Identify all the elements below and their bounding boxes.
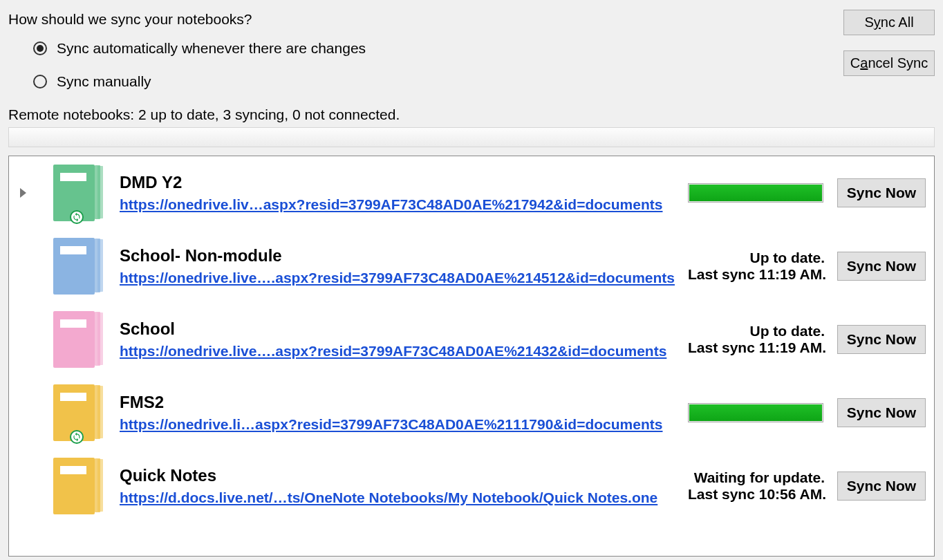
- btn-text-pre: S: [864, 15, 873, 30]
- notebook-text-col: Quick Noteshttps://d.docs.live.net/…ts/O…: [120, 466, 688, 506]
- sync-radio-group: Sync automatically whenever there are ch…: [33, 40, 935, 90]
- notebook-text-col: Schoolhttps://onedrive.live….aspx?resid=…: [120, 319, 688, 360]
- notebook-text-col: DMD Y2https://onedrive.liv…aspx?resid=37…: [120, 173, 688, 213]
- notebook-row: Schoolhttps://onedrive.live….aspx?resid=…: [9, 303, 934, 376]
- notebook-row: Quick Noteshttps://d.docs.live.net/…ts/O…: [9, 449, 934, 523]
- sync-now-button[interactable]: Sync Now: [837, 252, 926, 281]
- sync-now-button[interactable]: Sync Now: [837, 472, 926, 501]
- notebook-icon: [53, 311, 103, 368]
- notebook-action-col: Sync Now: [833, 252, 934, 281]
- list-header-bar: [8, 127, 935, 147]
- notebook-status-col: Up to date.Last sync 11:19 AM.: [688, 323, 833, 356]
- expander-col: [9, 188, 37, 198]
- radio-dot-icon: [33, 75, 47, 88]
- notebook-row: School- Non-modulehttps://onedrive.live……: [9, 230, 934, 303]
- sync-now-button[interactable]: Sync Now: [837, 398, 926, 427]
- notebook-icon: [53, 458, 103, 514]
- radio-auto-label: Sync automatically whenever there are ch…: [57, 40, 366, 57]
- notebook-action-col: Sync Now: [833, 398, 934, 427]
- notebook-title: School: [120, 319, 681, 339]
- notebook-status-col: Up to date.Last sync 11:19 AM.: [688, 250, 833, 283]
- notebook-status-col: [688, 403, 833, 422]
- sync-heading: How should we sync your notebooks?: [8, 11, 935, 28]
- notebook-status-line1: Up to date.: [688, 250, 825, 266]
- btn-text-post: ncel Sync: [868, 55, 928, 71]
- notebook-action-col: Sync Now: [833, 325, 934, 354]
- notebook-status-line1: Up to date.: [688, 323, 825, 339]
- sync-all-button[interactable]: Sync All: [843, 10, 935, 35]
- sync-now-button[interactable]: Sync Now: [837, 178, 926, 207]
- btn-text-mn: a: [860, 55, 868, 71]
- sync-badge-icon: [70, 210, 84, 224]
- notebook-status-line2: Last sync 11:19 AM.: [688, 339, 825, 356]
- notebook-status-line2: Last sync 10:56 AM.: [688, 486, 825, 503]
- notebook-row: DMD Y2https://onedrive.liv…aspx?resid=37…: [9, 156, 934, 230]
- notebook-action-col: Sync Now: [833, 472, 934, 501]
- radio-sync-manual[interactable]: Sync manually: [33, 73, 935, 90]
- notebook-icon-col: [37, 458, 120, 514]
- notebook-list: DMD Y2https://onedrive.liv…aspx?resid=37…: [8, 156, 935, 557]
- notebook-action-col: Sync Now: [833, 178, 934, 207]
- expand-triangle-icon[interactable]: [20, 188, 26, 198]
- notebook-text-col: School- Non-modulehttps://onedrive.live……: [120, 246, 688, 286]
- notebook-text-col: FMS2https://onedrive.li…aspx?resid=3799A…: [120, 393, 688, 433]
- sync-arrows-icon: [72, 432, 82, 442]
- notebook-link[interactable]: https://onedrive.li…aspx?resid=3799AF73C…: [120, 416, 681, 433]
- notebook-title: School- Non-module: [120, 246, 681, 265]
- notebook-link[interactable]: https://onedrive.live….aspx?resid=3799AF…: [120, 270, 681, 286]
- notebook-link[interactable]: https://onedrive.live….aspx?resid=3799AF…: [120, 343, 681, 360]
- notebook-title: DMD Y2: [120, 173, 681, 192]
- notebook-icon-col: [37, 384, 120, 441]
- sync-badge-icon: [70, 430, 84, 444]
- radio-manual-label: Sync manually: [57, 73, 151, 90]
- radio-dot-icon: [33, 41, 47, 55]
- btn-text-mn: y: [874, 15, 881, 30]
- sync-progress-fill: [689, 185, 822, 201]
- sync-progress-fill: [689, 404, 822, 421]
- notebook-status-line2: Last sync 11:19 AM.: [688, 266, 825, 283]
- cancel-sync-button[interactable]: Cancel Sync: [843, 50, 935, 76]
- notebook-icon-col: [37, 311, 120, 368]
- notebook-icon-col: [37, 238, 120, 295]
- btn-text-pre: C: [850, 55, 860, 71]
- top-button-group: Sync All Cancel Sync: [843, 10, 935, 76]
- notebook-title: Quick Notes: [120, 466, 681, 485]
- notebook-status-col: Waiting for update.Last sync 10:56 AM.: [688, 469, 833, 503]
- sync-progress-bar: [688, 403, 823, 422]
- sync-progress-bar: [688, 183, 823, 203]
- notebook-link[interactable]: https://d.docs.live.net/…ts/OneNote Note…: [120, 489, 681, 506]
- notebook-link[interactable]: https://onedrive.liv…aspx?resid=3799AF73…: [120, 196, 681, 213]
- sync-summary: Remote notebooks: 2 up to date, 3 syncin…: [8, 106, 935, 123]
- notebook-row: FMS2https://onedrive.li…aspx?resid=3799A…: [9, 376, 934, 449]
- notebook-title: FMS2: [120, 393, 681, 412]
- sync-now-button[interactable]: Sync Now: [837, 325, 926, 354]
- btn-text-post: nc All: [881, 15, 914, 30]
- notebook-status-line1: Waiting for update.: [688, 469, 825, 486]
- sync-arrows-icon: [72, 212, 82, 222]
- notebook-icon-col: [37, 165, 120, 221]
- radio-sync-auto[interactable]: Sync automatically whenever there are ch…: [33, 40, 935, 57]
- notebook-icon: [53, 238, 103, 295]
- notebook-status-col: [688, 183, 833, 203]
